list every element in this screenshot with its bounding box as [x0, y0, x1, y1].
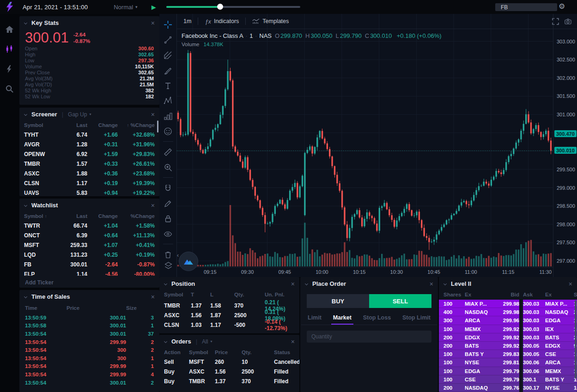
- table-row[interactable]: 13:50:54299.992: [19, 338, 159, 346]
- interval-button[interactable]: 1m: [177, 14, 198, 29]
- close-icon[interactable]: ×: [151, 294, 155, 300]
- column-header[interactable]: ↑ %Change: [118, 122, 155, 128]
- close-icon[interactable]: ×: [291, 281, 295, 287]
- chart-canvas[interactable]: [177, 14, 553, 267]
- level2-row[interactable]: 100BATS Y299.83300.05CSE100: [439, 350, 577, 358]
- table-row[interactable]: TWTR66.74+1.04+1.58%: [19, 221, 159, 230]
- column-header[interactable]: Time: [25, 305, 67, 311]
- templates-button[interactable]: Templates: [246, 14, 295, 29]
- time-axis[interactable]: 09:1509:3009:4510:0010:1510:3010:4511:00…: [194, 267, 553, 277]
- order-type-tab-limit[interactable]: Limit: [308, 314, 322, 325]
- candlestick-chart[interactable]: Facebook Inc - Class A·1·NASO299.870H300…: [177, 14, 553, 277]
- close-icon[interactable]: ×: [569, 281, 572, 287]
- tool-ruler-icon[interactable]: [162, 146, 174, 158]
- tool-brush-icon[interactable]: [162, 64, 174, 76]
- collapse-chevron-icon[interactable]: [24, 204, 28, 207]
- tool-trash-icon[interactable]: [162, 248, 174, 260]
- close-icon[interactable]: ×: [430, 281, 433, 287]
- screener-filter-select[interactable]: Gap Up▾: [68, 111, 91, 118]
- level2-row[interactable]: 200NASDAQ299.76300.17NYSE100: [439, 384, 577, 392]
- level2-row[interactable]: 400NASDAQ299.98300.03NASDAQ200: [439, 308, 577, 316]
- tool-hide-icon[interactable]: [162, 228, 174, 240]
- table-row[interactable]: 13:50:54300.0137: [19, 330, 159, 338]
- column-header[interactable]: Last: [59, 213, 87, 219]
- table-row[interactable]: ONCT6.39+0.64+11.13%: [19, 230, 159, 240]
- tool-lock-icon[interactable]: [162, 212, 174, 224]
- column-header[interactable]: Change: [87, 213, 118, 219]
- nav-item-chart[interactable]: [5, 45, 14, 54]
- level2-row[interactable]: 300ARCA299.96300.03EDGA100: [439, 316, 577, 325]
- collapse-chevron-icon[interactable]: [164, 340, 168, 344]
- order-type-tab-market[interactable]: Market: [333, 314, 352, 325]
- table-row[interactable]: AVGR1.28+0.31+31.96%: [19, 139, 159, 149]
- column-header[interactable]: %Change: [118, 213, 155, 219]
- level2-row[interactable]: 100NYSE299.81300.06ARCA100: [439, 358, 577, 367]
- order-type-tab-stop-loss[interactable]: Stop Loss: [363, 314, 391, 325]
- tool-object-tree-icon[interactable]: [162, 259, 174, 271]
- buy-button[interactable]: BUY: [307, 294, 369, 308]
- tool-draw-mode-icon[interactable]: [162, 197, 174, 209]
- speed-select[interactable]: Normal ▾: [114, 4, 137, 11]
- close-icon[interactable]: ×: [151, 202, 155, 209]
- column-header[interactable]: Price: [67, 305, 126, 311]
- table-row[interactable]: BuyTMBR1.37370Filled: [159, 376, 299, 386]
- column-header[interactable]: Symbol: [24, 122, 59, 128]
- table-row[interactable]: 13:50:54300.012: [19, 379, 159, 387]
- table-row[interactable]: 13:50:58300.011: [19, 322, 159, 330]
- level2-row[interactable]: 200BATS299.92300.05EDGX900: [439, 342, 577, 350]
- table-row[interactable]: LQD131.23+0.25+0.19%: [19, 250, 159, 259]
- table-row[interactable]: ASXC1.561.8725000.31 ( 18.08%): [159, 309, 299, 319]
- table-row[interactable]: 13:50:543001: [19, 354, 159, 362]
- table-row[interactable]: CLSN1.031.17-500-0.14 ( -12.73%): [159, 319, 299, 328]
- level2-row[interactable]: 100MEMX299.92300.03IEX100: [439, 325, 577, 333]
- nav-item-home[interactable]: [5, 25, 14, 34]
- table-row[interactable]: TMBR1.371.583700.21 ( 14.24%): [159, 299, 299, 309]
- collapse-chevron-icon[interactable]: [24, 21, 28, 25]
- tool-gann-icon[interactable]: [162, 49, 174, 61]
- scrollbar-thumb[interactable]: [575, 300, 577, 379]
- table-row[interactable]: BuyASXC1.562500Filled: [159, 367, 299, 376]
- table-row[interactable]: 13:50:59300.013: [19, 314, 159, 322]
- tool-zoom-in-icon[interactable]: [162, 161, 174, 173]
- table-row[interactable]: 13:50:54299.991: [19, 362, 159, 371]
- gear-icon[interactable]: ⚙: [559, 2, 565, 11]
- level2-row[interactable]: 100CSE299.79300.1BATS Y100: [439, 375, 577, 384]
- slider-thumb[interactable]: [217, 4, 223, 10]
- tool-crosshair-icon[interactable]: [162, 18, 174, 30]
- symbol-input[interactable]: FB: [495, 3, 557, 11]
- tool-xabcd-icon[interactable]: [162, 95, 174, 107]
- level2-row[interactable]: 100MIAX P...299.98300.03MIAX P...100: [439, 300, 577, 308]
- chart-watermark-logo[interactable]: [179, 252, 198, 271]
- column-header[interactable]: Change: [87, 122, 118, 128]
- scrollbar-thumb[interactable]: [157, 121, 158, 133]
- order-type-tab-stop-limit[interactable]: Stop Limit: [402, 314, 431, 325]
- table-row[interactable]: CLSN1.17+0.19+19.39%: [19, 178, 159, 188]
- collapse-chevron-icon[interactable]: [164, 282, 168, 286]
- add-ticker-button[interactable]: Add Ticker: [19, 276, 159, 288]
- table-row[interactable]: UAVS5.83+0.94+19.22%: [19, 188, 159, 196]
- quantity-input[interactable]: Quantity: [307, 331, 431, 343]
- replay-slider[interactable]: [166, 6, 300, 8]
- tool-forecast-icon[interactable]: [162, 110, 174, 122]
- collapse-chevron-icon[interactable]: [24, 113, 28, 116]
- collapse-chevron-icon[interactable]: [443, 282, 447, 286]
- table-row[interactable]: TMBR1.57+0.33+26.61%: [19, 159, 159, 169]
- collapse-chevron-icon[interactable]: [305, 282, 309, 286]
- table-row[interactable]: TYHT6.74+1.66+32.68%: [19, 130, 159, 139]
- nav-item-search[interactable]: [5, 84, 14, 93]
- tool-magnet-icon[interactable]: [162, 182, 174, 194]
- collapse-chevron-icon[interactable]: [24, 295, 28, 299]
- nav-item-flash[interactable]: [5, 65, 14, 73]
- tool-trend-line-icon[interactable]: [162, 34, 174, 46]
- indicators-button[interactable]: ƒx Indicators: [198, 14, 245, 29]
- sell-button[interactable]: SELL: [369, 294, 431, 308]
- table-row[interactable]: 13:50:54299.994: [19, 370, 159, 379]
- column-header[interactable]: Size: [126, 305, 154, 311]
- close-icon[interactable]: ×: [151, 20, 155, 26]
- table-row[interactable]: MSFT259.33+1.07+0.41%: [19, 240, 159, 250]
- orders-filter-select[interactable]: All▾: [202, 338, 212, 345]
- table-row[interactable]: ELP1.14-4.56-80.00%: [19, 269, 159, 276]
- level2-row[interactable]: 200EDGX299.92300.03BATS200: [439, 333, 577, 342]
- table-row[interactable]: 13:50:543002: [19, 346, 159, 354]
- play-button[interactable]: ▶: [152, 4, 156, 11]
